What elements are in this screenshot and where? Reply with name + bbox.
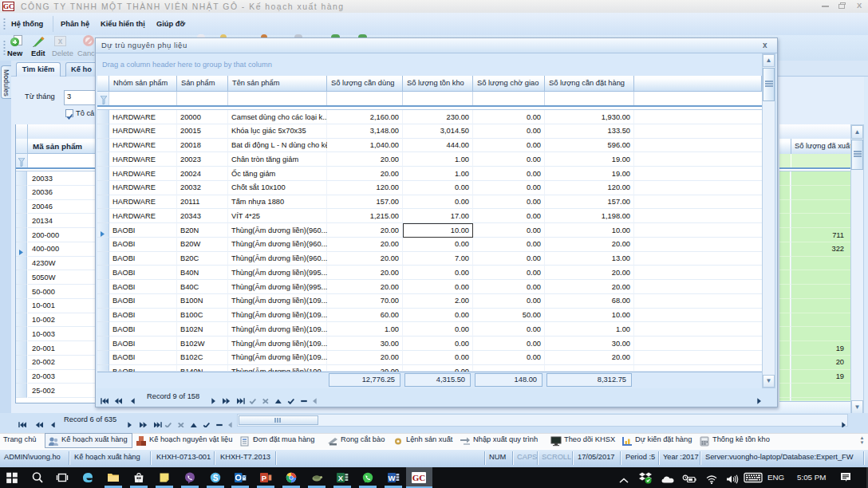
- svg-text:S: S: [213, 474, 219, 482]
- svg-text:GC: GC: [412, 473, 426, 482]
- svg-text:W: W: [389, 474, 396, 482]
- svg-text:P: P: [262, 474, 267, 482]
- svg-text:X: X: [338, 474, 344, 482]
